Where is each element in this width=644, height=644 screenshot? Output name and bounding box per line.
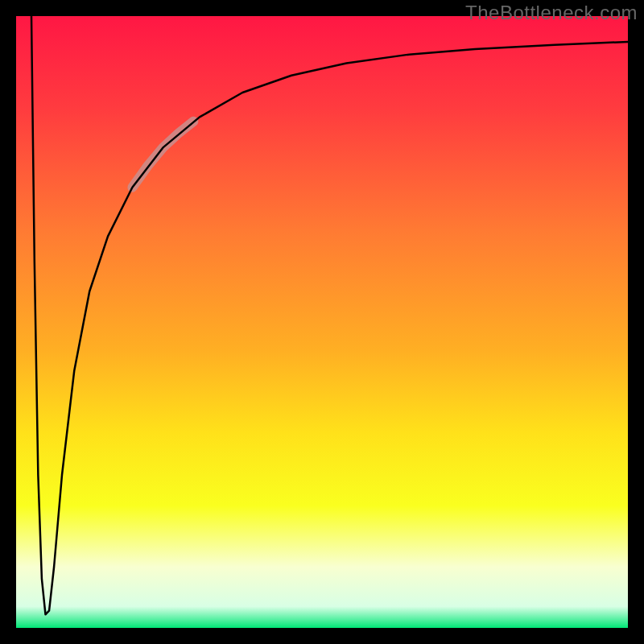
chart-background-gradient <box>16 16 628 628</box>
bottleneck-chart <box>0 0 644 644</box>
watermark-text: TheBottleneck.com <box>465 2 638 24</box>
chart-stage: TheBottleneck.com <box>0 0 644 644</box>
